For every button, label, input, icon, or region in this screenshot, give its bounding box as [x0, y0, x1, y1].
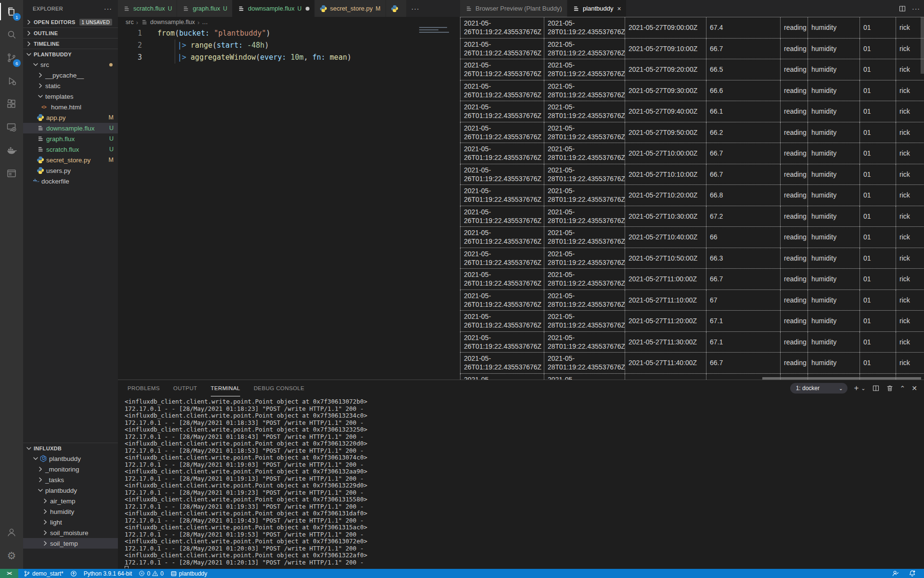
tree-item-humidity[interactable]: humidity	[23, 506, 118, 517]
table-cell: 2021-05-28T01:19:22.435537676Z	[544, 39, 625, 59]
maximize-panel-icon[interactable]: ⌃	[900, 384, 906, 392]
query-result-table: 2021-05-26T01:19:22.435537676Z2021-05-28…	[460, 17, 924, 380]
editor-group-code: scratch.fluxUgraph.fluxUdownsample.fluxU…	[118, 0, 460, 380]
table-cell: reading	[780, 332, 808, 353]
table-cell: 2021-05-26T01:19:22.435537676Z	[460, 164, 544, 185]
section-timeline[interactable]: TIMELINE	[23, 38, 118, 49]
tab-scratchflux[interactable]: scratch.fluxU	[118, 0, 177, 17]
tree-item-air_temp[interactable]: air_temp	[23, 496, 118, 506]
tree-item-static[interactable]: static	[23, 80, 118, 91]
tree-item-plantbuddy[interactable]: plantbuddy	[23, 485, 118, 496]
section-outline[interactable]: OUTLINE	[23, 27, 118, 38]
tree-item-userspy[interactable]: users.py	[23, 165, 118, 176]
tab-downsampleflux[interactable]: downsample.fluxU	[232, 0, 315, 17]
breadcrumb-item[interactable]: downsample.flux	[141, 18, 195, 26]
status-feedback[interactable]	[888, 569, 902, 578]
activity-item-search[interactable]	[0, 23, 23, 46]
activity-item-explorer[interactable]: 1	[0, 0, 23, 23]
table-cell: 2021-05-27T09:50:00Z	[625, 122, 706, 143]
git-status: M	[376, 5, 381, 12]
tree-item-graphflux[interactable]: graph.fluxU	[23, 133, 118, 144]
git-status: U	[168, 5, 172, 12]
activity-item-settings[interactable]: ⚙	[0, 544, 23, 567]
panel-tab-terminal[interactable]: TERMINAL	[211, 380, 240, 396]
indent-guide	[157, 39, 175, 52]
tree-item-templates[interactable]: templates	[23, 91, 118, 102]
tree-item-plantbuddy[interactable]: plantbuddy	[23, 453, 118, 464]
tree-item-downsampleflux[interactable]: downsample.fluxU	[23, 123, 118, 133]
breadcrumb-item[interactable]: …	[202, 19, 208, 26]
activity-item-run-debug[interactable]	[0, 69, 23, 92]
status-sync[interactable]	[67, 569, 80, 578]
table-cell: humidity	[808, 311, 860, 331]
more-tabs-icon[interactable]: ···	[407, 0, 424, 17]
table-cell: 2021-05-26T01:19:22.435537676Z	[460, 227, 544, 248]
tab-secret_storepy[interactable]: secret_store.pyM	[315, 0, 386, 17]
tree-item-src[interactable]: src	[23, 59, 118, 70]
tree-item-dockerfile[interactable]: dockerfile	[23, 176, 118, 186]
close-icon[interactable]: ×	[617, 5, 621, 13]
section-open-editors[interactable]: OPEN EDITORS1 UNSAVED	[23, 17, 118, 27]
tree-item-soil_moisture[interactable]: soil_moisture	[23, 527, 118, 538]
more-actions-icon[interactable]: ···	[104, 5, 112, 13]
status-git-branch[interactable]: demo_start*	[20, 569, 67, 578]
tree-item-_tasks[interactable]: _tasks	[23, 474, 118, 485]
section-influxdb[interactable]: INFLUXDB	[23, 443, 118, 453]
table-cell: rick	[896, 101, 924, 122]
kill-terminal-icon[interactable]	[886, 384, 894, 392]
tree-item-soil_temp[interactable]: soil_temp	[23, 538, 118, 549]
status-python-version[interactable]: Python 3.9.1 64-bit	[80, 569, 136, 578]
panel-tab-problems[interactable]: PROBLEMS	[128, 380, 160, 396]
tab-stub[interactable]	[386, 0, 407, 17]
tab-plantbuddy[interactable]: plantbuddy×	[567, 0, 627, 17]
terminal-dropdown-icon[interactable]: ⌄	[861, 385, 865, 392]
activity-item-remote-explorer[interactable]	[0, 116, 23, 139]
status-influxdb-bucket[interactable]: plantbuddy	[167, 569, 211, 578]
breadcrumb[interactable]: src›downsample.flux›…	[118, 17, 460, 27]
breadcrumb-item[interactable]: src	[126, 19, 134, 26]
extensions-icon	[6, 98, 17, 110]
table-cell: 2021-05-28T01:19:22.435537676Z	[544, 143, 625, 164]
tree-item-secret_storepy[interactable]: secret_store.pyM	[23, 155, 118, 165]
status-notifications[interactable]	[905, 569, 919, 578]
close-panel-icon[interactable]: ✕	[911, 384, 917, 392]
minimap[interactable]	[419, 27, 454, 34]
activity-item-docker[interactable]	[0, 139, 23, 162]
table-cell: humidity	[808, 39, 860, 59]
vertical-scrollbar[interactable]	[921, 17, 924, 74]
status-problems[interactable]: 00	[135, 569, 167, 578]
activity-item-source-control[interactable]: 6	[0, 46, 23, 69]
panel-tab-debug-console[interactable]: DEBUG CONSOLE	[254, 380, 305, 396]
activity-item-browser-preview[interactable]	[0, 162, 23, 185]
tree-item-__pycache__[interactable]: __pycache__	[23, 70, 118, 80]
section-plantbuddy[interactable]: PLANTBUDDY	[23, 49, 118, 59]
remote-indicator[interactable]: ><	[0, 569, 18, 578]
panel-tab-output[interactable]: OUTPUT	[173, 380, 197, 396]
status-bar: ><demo_start*Python 3.9.1 64-bit00plantb…	[0, 569, 924, 578]
code-editor[interactable]: 1from(bucket: "plantbuddy")2|> range(sta…	[118, 27, 460, 64]
chevron-down-icon	[25, 51, 33, 58]
tree-item-light[interactable]: light	[23, 517, 118, 527]
new-terminal-icon[interactable]: +	[854, 383, 859, 393]
tree-item-_monitoring[interactable]: _monitoring	[23, 464, 118, 474]
table-cell: 66	[706, 227, 780, 248]
table-cell: 2021-05-28T01:19:22.435537676Z	[544, 59, 625, 80]
table-cell: 2021-05-26T01:19:22.435537676Z	[460, 311, 544, 331]
tab-graphflux[interactable]: graph.fluxU	[177, 0, 232, 17]
more-actions-icon[interactable]: ···	[912, 5, 920, 13]
tree-item-scratchflux[interactable]: scratch.fluxU	[23, 144, 118, 155]
tree-item-homehtml[interactable]: <>home.html	[23, 102, 118, 112]
activity-item-account[interactable]	[0, 521, 23, 544]
table-cell: 2021-05-27T09:20:00Z	[625, 59, 706, 80]
tab-browserpreviewplantbuddy[interactable]: Browser Preview (Plant Buddy)	[460, 0, 567, 17]
tree-item-apppy[interactable]: app.pyM	[23, 112, 118, 123]
split-terminal-icon[interactable]	[872, 384, 880, 392]
table-row: 2021-05-26T01:19:22.435537676Z2021-05-28…	[460, 184, 924, 206]
activity-item-extensions[interactable]	[0, 92, 23, 116]
chevron-right-icon	[41, 539, 49, 547]
terminal-selector[interactable]: 1: docker⌄	[790, 383, 848, 394]
terminal-output[interactable]: <influxdb_client.client.write.point.Poin…	[118, 396, 924, 568]
sidebar-title-row: EXPLORER ···	[23, 0, 118, 17]
split-editor-icon[interactable]	[898, 5, 906, 13]
table-cell: humidity	[808, 206, 860, 227]
